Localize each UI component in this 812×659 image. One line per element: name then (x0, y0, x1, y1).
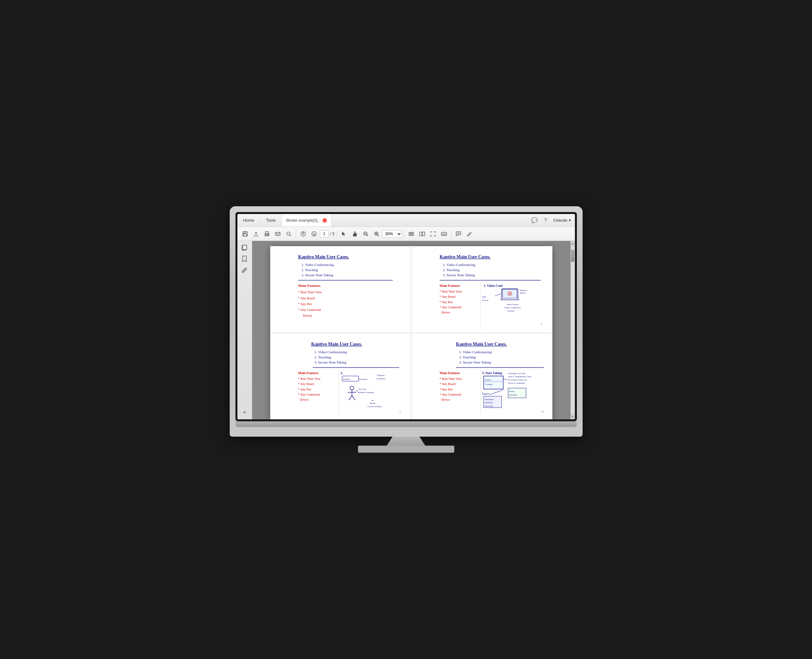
svg-text:Learning": Learning" (376, 377, 386, 380)
svg-text:* Real Time View: * Real Time View (298, 290, 322, 294)
scroll-track[interactable] (571, 246, 574, 414)
svg-text:* Any Connected: * Any Connected (440, 393, 461, 396)
sep-4 (451, 230, 451, 238)
svg-text:Attendees: Attendees (484, 398, 494, 401)
screen: Home Tools Binder example[3]... × 💬 ? Ce… (237, 214, 575, 419)
svg-text:Video Conference: Video Conference (504, 306, 521, 309)
svg-text:* Any Connected: * Any Connected (298, 393, 320, 396)
svg-text:3. Note Taking: 3. Note Taking (482, 371, 502, 375)
tab-doc[interactable]: Binder example[3]... × (282, 214, 332, 227)
comment-button[interactable] (453, 229, 464, 239)
svg-rect-1 (244, 232, 246, 233)
svg-text:that they...: that they... (509, 394, 519, 396)
svg-text:* Any Connected: * Any Connected (298, 308, 321, 312)
search-button[interactable] (284, 229, 294, 239)
pen-button[interactable] (464, 229, 475, 239)
fit-width-button[interactable] (406, 229, 416, 239)
svg-rect-3 (265, 232, 268, 233)
svg-text:Kaptivo Main User Cases.: Kaptivo Main User Cases. (298, 254, 349, 259)
svg-text:* Any Connected: * Any Connected (440, 306, 461, 309)
svg-text:Kaptivo: Kaptivo (343, 378, 350, 380)
save-button[interactable] (240, 229, 250, 239)
scroll-down-arrow[interactable]: ▼ (571, 415, 575, 419)
user-name: Celeste (553, 218, 567, 223)
svg-text:Remote Learning: Remote Learning (358, 391, 374, 394)
svg-text:2. Teaching: 2. Teaching (459, 355, 476, 359)
svg-text:3. Secure Note Taking: 3. Secure Note Taking (443, 273, 475, 277)
svg-text:Timeline: Timeline (484, 401, 492, 404)
svg-point-8 (287, 232, 290, 235)
hand-tool-button[interactable] (350, 229, 360, 239)
svg-text:Kaptivo Main User Cases.: Kaptivo Main User Cases. (456, 341, 507, 347)
page-4: Kaptivo Main User Cases. 1. Video Confer… (412, 333, 552, 419)
sidebar-pages-icon[interactable] (240, 243, 249, 252)
svg-text:Device: Device (441, 398, 450, 401)
left-sidebar (237, 241, 252, 419)
user-menu[interactable]: Celeste ▾ (553, 218, 571, 223)
svg-text:* Any Pen: * Any Pen (440, 300, 453, 304)
svg-text:3. Secure Note Taking: 3. Secure Note Taking (459, 360, 491, 364)
tab-home[interactable]: Home (237, 214, 260, 227)
svg-text:"Flipped: "Flipped (376, 374, 384, 377)
svg-text:Main Features: Main Features (298, 371, 318, 375)
svg-text:Device: Device (300, 398, 308, 401)
fullscreen-button[interactable] (428, 229, 438, 239)
svg-text:Notes: Notes (509, 390, 514, 393)
svg-text:* Any Board: * Any Board (440, 382, 455, 386)
svg-text:14: 14 (541, 410, 544, 413)
svg-text:2. Teaching: 2. Teaching (443, 268, 459, 272)
svg-text:* Any Pen: * Any Pen (298, 388, 311, 391)
svg-text:Kaptivo Main User Cases.: Kaptivo Main User Cases. (440, 254, 490, 259)
svg-rect-25 (423, 232, 425, 236)
right-scrollbar[interactable]: ▲ ▼ (571, 241, 575, 419)
svg-text:* Real Time View: * Real Time View (440, 377, 462, 380)
svg-text:Main Features: Main Features (298, 284, 320, 287)
page-number-input[interactable] (320, 230, 329, 237)
zoom-select[interactable]: 30% 50% 75% 100% (382, 230, 402, 238)
svg-text:Content: Content (485, 383, 492, 386)
email-button[interactable] (273, 229, 283, 239)
sidebar-bookmark-icon[interactable] (240, 254, 249, 263)
svg-text:1. Video Conferencing: 1. Video Conferencing (443, 263, 475, 266)
svg-text:* Real Time View: * Real Time View (298, 377, 320, 380)
scroll-thumb[interactable] (571, 249, 574, 262)
two-page-button[interactable] (417, 229, 427, 239)
chat-icon[interactable]: 💬 (531, 217, 538, 224)
zoom-out-button[interactable] (361, 229, 371, 239)
tab-tools[interactable]: Tools (260, 214, 282, 227)
zoom-in-button[interactable] (372, 229, 382, 239)
scroll-up-arrow[interactable]: ▲ (571, 241, 575, 246)
svg-text:Screen: Screen (482, 299, 488, 301)
sep-3 (404, 230, 404, 238)
svg-text:Presenter: Presenter (359, 378, 367, 380)
page-separator: / (330, 232, 331, 236)
svg-text:Share Screen: Share Screen (506, 303, 519, 306)
monitor-body: Home Tools Binder example[3]... × 💬 ? Ce… (230, 206, 583, 437)
svg-rect-125 (484, 376, 503, 389)
svg-line-36 (467, 235, 468, 236)
pointer-tool-button[interactable] (339, 229, 349, 239)
prev-page-button[interactable] (298, 229, 308, 239)
svg-text:2.: 2. (341, 371, 343, 375)
sidebar-attachments-icon[interactable] (240, 265, 249, 274)
page-total: 5 (333, 232, 334, 236)
tab-close-button[interactable]: × (322, 218, 327, 223)
svg-rect-26 (441, 232, 446, 235)
svg-text:App: App (482, 295, 486, 298)
next-page-button[interactable] (309, 229, 319, 239)
svg-line-100 (352, 396, 355, 400)
pdf-content-area[interactable]: Kaptivo Main User Cases. 1. Video Confer… (252, 241, 571, 419)
main-area: Kaptivo Main User Cases. 1. Video Confer… (237, 241, 575, 419)
keyboard-button[interactable] (439, 229, 449, 239)
upload-button[interactable] (251, 229, 261, 239)
page-1: Kaptivo Main User Cases. 1. Video Confer… (270, 246, 411, 333)
svg-text:2. Teaching: 2. Teaching (301, 268, 318, 272)
svg-rect-136 (508, 388, 526, 398)
svg-text:Session: Session (507, 310, 514, 312)
left-sidebar-arrow[interactable] (240, 408, 249, 417)
help-icon[interactable]: ? (542, 217, 549, 224)
svg-text:Kaptivo Main User Cases.: Kaptivo Main User Cases. (311, 341, 362, 347)
print-button[interactable] (262, 229, 272, 239)
toolbar: / 5 (237, 227, 575, 241)
svg-text:7: 7 (399, 410, 401, 413)
